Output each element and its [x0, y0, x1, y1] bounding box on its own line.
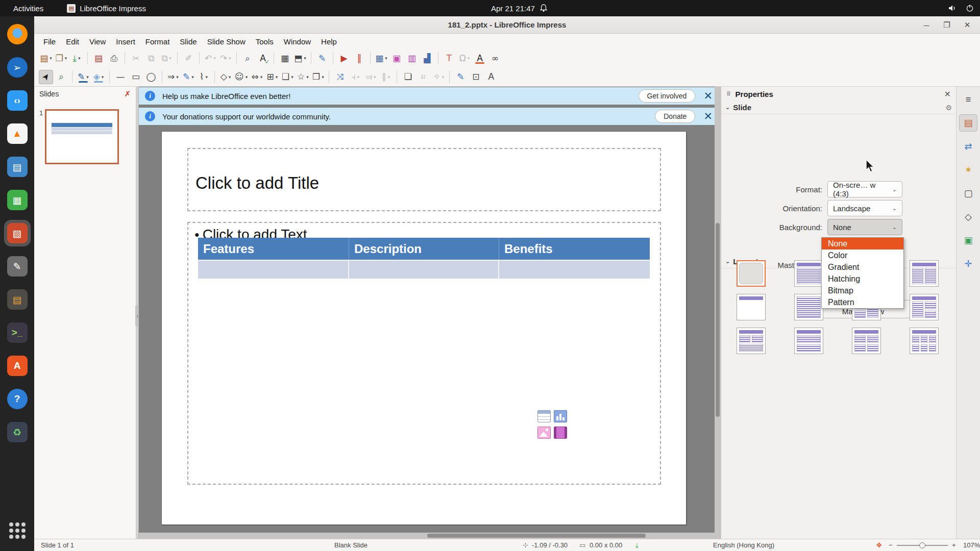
gallery-deck-icon[interactable]: ▣ — [959, 232, 977, 249]
notes-edit-icon[interactable]: ✎ — [315, 51, 329, 65]
navigator-deck-icon[interactable]: ✛ — [959, 255, 977, 272]
insert-media-icon[interactable]: ▥ — [405, 51, 419, 65]
vertical-scrollbar[interactable] — [715, 87, 721, 539]
dock-item-show-applications[interactable] — [5, 518, 30, 543]
open-file-icon[interactable]: ❐▾ — [54, 51, 68, 65]
menu-window[interactable]: Window — [279, 35, 316, 48]
activities-button[interactable]: Activities — [9, 3, 47, 14]
sidebar-close-icon[interactable]: ✕ — [944, 89, 951, 99]
menu-slide-show[interactable]: Slide Show — [202, 35, 251, 48]
slide-table-header-cell[interactable]: Description — [349, 238, 499, 260]
slide-canvas[interactable]: Click to add Title ● Click to add Text F… — [161, 131, 687, 525]
hyperlink-icon[interactable]: ∞ — [488, 51, 502, 65]
callout-shapes-icon[interactable]: ❑▾ — [280, 70, 295, 84]
get-involved-button[interactable]: Get involved — [639, 89, 696, 103]
menu-slide[interactable]: Slide — [175, 35, 202, 48]
system-status-area[interactable] — [948, 0, 974, 16]
layout-title-content-and-2-content[interactable] — [910, 294, 939, 320]
layout-title-2-content-over-content[interactable] — [737, 328, 766, 354]
slide-transition-deck-icon[interactable]: ⇄ — [959, 138, 977, 155]
select-icon[interactable]: ➤ — [39, 70, 53, 84]
display-views-icon[interactable]: ⬒▾ — [293, 51, 307, 65]
lines-and-arrows-icon[interactable]: ⇒▾ — [166, 70, 180, 84]
close-notification-icon[interactable]: ✕ — [703, 90, 713, 102]
layout-title-6-content[interactable] — [910, 328, 939, 354]
dropdown-option-bitmap[interactable]: Bitmap — [822, 285, 903, 296]
dock-item-vscode[interactable]: ‹› — [5, 88, 30, 113]
symbol-shapes-icon[interactable]: ☺▾ — [234, 70, 249, 84]
maximize-button[interactable]: ❐ — [940, 18, 953, 32]
layout-title-only[interactable] — [737, 294, 766, 320]
slide-thumbnail[interactable] — [45, 109, 119, 164]
slide-table-cell[interactable] — [349, 261, 499, 279]
shadow-icon[interactable]: ❏ — [401, 70, 415, 84]
dock-item-thunderbird[interactable]: ➢ — [5, 55, 30, 80]
master-slides-deck-icon[interactable]: ▢ — [959, 185, 977, 202]
slide-table[interactable]: FeaturesDescriptionBenefits — [198, 238, 650, 279]
slide-table-cell[interactable] — [499, 261, 650, 279]
zoom-out-button[interactable]: − — [889, 541, 893, 549]
insert-chart-icon[interactable]: ▟ — [420, 51, 434, 65]
dock-item-libreoffice-impress[interactable]: ▧ — [5, 220, 30, 246]
cut-icon[interactable]: ✂ — [129, 51, 143, 65]
distribute-icon[interactable]: ∥▾ — [379, 70, 393, 84]
slide-table-header-cell[interactable]: Benefits — [499, 238, 650, 260]
dock-item-gimp[interactable]: ✎ — [5, 254, 30, 279]
zoom-slider[interactable] — [897, 545, 948, 546]
dropdown-option-hatching[interactable]: Hatching — [822, 273, 903, 285]
slide-table-header-cell[interactable]: Features — [198, 238, 349, 260]
layout-title-and-2-content[interactable] — [910, 260, 939, 287]
background-select[interactable]: None⌄ — [827, 219, 902, 235]
menu-edit[interactable]: Edit — [61, 35, 84, 48]
horizontal-scroll-thumb[interactable] — [427, 534, 646, 538]
dock-item-files[interactable]: ▤ — [5, 287, 30, 312]
new-document-icon[interactable]: ▤▾ — [39, 51, 53, 65]
title-placeholder[interactable]: Click to add Title — [187, 148, 661, 211]
slide-section-header[interactable]: ⌄ Slide ⚙ — [721, 101, 956, 114]
dropdown-option-none[interactable]: None — [822, 238, 903, 249]
titlebar[interactable]: 181_2.pptx - LibreOffice Impress ─ ❐ ✕ — [34, 16, 980, 34]
zoom-in-button[interactable]: + — [952, 541, 956, 549]
zoom-fit-icon[interactable]: ✥ — [876, 541, 882, 549]
line-color-icon[interactable]: ✎▾ — [76, 70, 90, 84]
block-arrows-icon[interactable]: ⇔▾ — [250, 70, 264, 84]
save-icon[interactable]: ⤓▾ — [69, 51, 84, 65]
insert-text-box-icon[interactable]: T — [442, 51, 456, 65]
layout-title-content-over-content[interactable] — [794, 328, 823, 354]
dock-item-vlc[interactable]: ▲ — [5, 121, 30, 146]
insert-table-icon[interactable]: ▦▾ — [374, 51, 388, 65]
special-character-icon[interactable]: Ω▾ — [457, 51, 472, 65]
slide-table-empty-row[interactable] — [198, 260, 650, 279]
menu-tools[interactable]: Tools — [251, 35, 279, 48]
find-replace-icon[interactable]: ⌕ — [240, 51, 255, 65]
dock-item-ubuntu-software[interactable]: A — [5, 353, 30, 379]
insert-chart-icon[interactable] — [554, 410, 567, 422]
display-grid-icon[interactable]: ▦ — [278, 51, 292, 65]
close-notification-icon[interactable]: ✕ — [703, 110, 713, 122]
start-from-first-slide-icon[interactable]: ▶ — [337, 51, 351, 65]
close-button[interactable]: ✕ — [961, 18, 974, 32]
paste-icon[interactable]: ⧉▾ — [159, 51, 174, 65]
zoom-slider-knob[interactable] — [919, 542, 925, 548]
shapes-deck-icon[interactable]: ◇ — [959, 208, 977, 226]
menu-insert[interactable]: Insert — [111, 35, 140, 48]
dropdown-option-color[interactable]: Color — [822, 249, 903, 261]
fontwork-icon[interactable]: A — [473, 51, 487, 65]
star-shapes-icon[interactable]: ☆▾ — [296, 70, 310, 84]
insert-media-icon[interactable] — [554, 427, 567, 439]
insert-line-icon[interactable]: — — [113, 70, 128, 84]
print-icon[interactable]: ⎙ — [107, 51, 121, 65]
menu-help[interactable]: Help — [316, 35, 342, 48]
slide-table-cell[interactable] — [198, 261, 349, 279]
language-status[interactable]: English (Hong Kong) — [713, 541, 774, 549]
rotate-icon[interactable]: ⤨ — [333, 70, 347, 84]
insert-image-icon[interactable] — [537, 427, 551, 439]
zoom-pan-icon[interactable]: ⌕ — [54, 70, 68, 84]
fill-color-icon[interactable]: ◈▾ — [91, 70, 106, 84]
dropdown-option-pattern[interactable]: Pattern — [822, 296, 903, 308]
arrange-objects-icon[interactable]: ⫤▾ — [363, 70, 378, 84]
flowchart-shapes-icon[interactable]: ⊞▾ — [265, 70, 279, 84]
crop-image-icon[interactable]: ⌗ — [416, 70, 430, 84]
menu-view[interactable]: View — [84, 35, 111, 48]
dock-item-libreoffice-calc[interactable]: ▦ — [5, 187, 30, 213]
